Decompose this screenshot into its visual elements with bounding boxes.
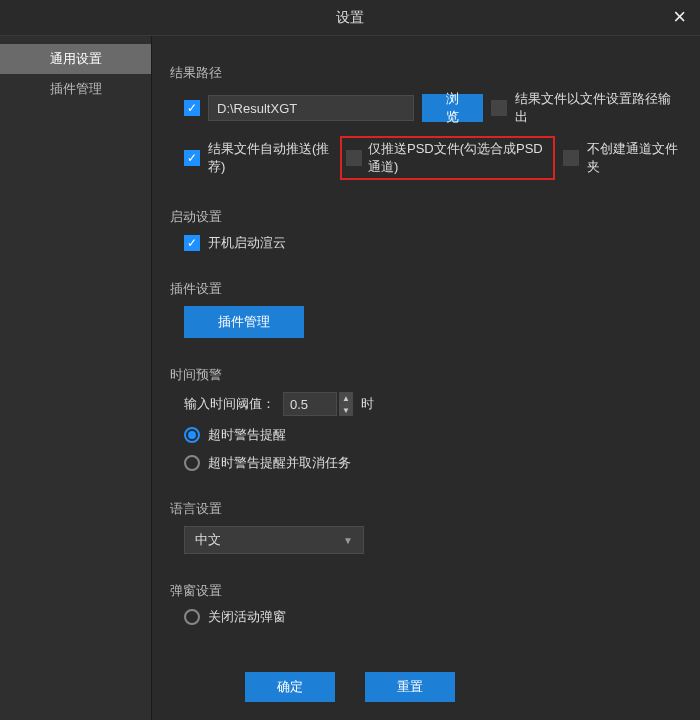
sidebar-item-general[interactable]: 通用设置 <box>0 44 151 74</box>
checkbox-output-by-setting[interactable] <box>491 100 507 116</box>
sidebar-item-label: 通用设置 <box>50 50 102 68</box>
checkbox-label: 结果文件以文件设置路径输出 <box>515 90 680 126</box>
threshold-input[interactable] <box>283 392 337 416</box>
checkbox-path-enable[interactable] <box>184 100 200 116</box>
radio-label: 关闭活动弹窗 <box>208 608 286 626</box>
section-language: 语言设置 中文 ▼ <box>170 500 680 564</box>
checkbox-auto-start[interactable] <box>184 235 200 251</box>
sidebar: 通用设置 插件管理 <box>0 36 152 720</box>
section-label: 启动设置 <box>170 208 680 226</box>
section-label: 弹窗设置 <box>170 582 680 600</box>
spinner-up-icon[interactable]: ▲ <box>339 392 353 404</box>
checkbox-label: 结果文件自动推送(推荐) <box>208 140 332 176</box>
threshold-unit: 时 <box>361 395 374 413</box>
section-popup: 弹窗设置 关闭活动弹窗 <box>170 582 680 636</box>
window-title: 设置 <box>336 9 364 27</box>
plugin-manage-button[interactable]: 插件管理 <box>184 306 304 338</box>
checkbox-only-psd[interactable] <box>346 150 362 166</box>
ok-button[interactable]: 确定 <box>245 672 335 702</box>
radio-label: 超时警告提醒并取消任务 <box>208 454 351 472</box>
section-startup: 启动设置 开机启动渲云 <box>170 208 680 262</box>
language-select[interactable]: 中文 ▼ <box>184 526 364 554</box>
radio-close-popup[interactable] <box>184 609 200 625</box>
reset-button[interactable]: 重置 <box>365 672 455 702</box>
checkbox-label: 不创建通道文件夹 <box>587 140 680 176</box>
main-panel: 结果路径 浏览 结果文件以文件设置路径输出 结果文件自动推送(推荐) 仅推送PS… <box>152 36 700 720</box>
threshold-label: 输入时间阈值： <box>184 395 275 413</box>
radio-warn-cancel[interactable] <box>184 455 200 471</box>
titlebar: 设置 × <box>0 0 700 36</box>
browse-button[interactable]: 浏览 <box>422 94 483 122</box>
threshold-spinner[interactable]: ▲ ▼ <box>283 392 353 416</box>
section-label: 时间预警 <box>170 366 680 384</box>
checkbox-no-channel-folder[interactable] <box>563 150 579 166</box>
highlight-only-psd: 仅推送PSD文件(勾选合成PSD通道) <box>340 136 555 180</box>
radio-warn-only[interactable] <box>184 427 200 443</box>
section-plugin: 插件设置 插件管理 <box>170 280 680 348</box>
section-label: 语言设置 <box>170 500 680 518</box>
sidebar-item-plugin[interactable]: 插件管理 <box>0 74 151 104</box>
checkbox-auto-push[interactable] <box>184 150 200 166</box>
radio-label: 超时警告提醒 <box>208 426 286 444</box>
spinner-down-icon[interactable]: ▼ <box>339 404 353 416</box>
close-icon[interactable]: × <box>673 6 686 28</box>
section-label: 插件设置 <box>170 280 680 298</box>
footer-buttons: 确定 重置 <box>0 672 700 702</box>
checkbox-label: 开机启动渲云 <box>208 234 286 252</box>
result-path-input[interactable] <box>208 95 414 121</box>
checkbox-label: 仅推送PSD文件(勾选合成PSD通道) <box>368 140 549 176</box>
select-value: 中文 <box>195 531 221 549</box>
sidebar-item-label: 插件管理 <box>50 80 102 98</box>
chevron-down-icon: ▼ <box>343 535 353 546</box>
section-label: 结果路径 <box>170 64 680 82</box>
section-time-warn: 时间预警 输入时间阈值： ▲ ▼ 时 超时警告提醒 超时警告提醒并取消任务 <box>170 366 680 482</box>
section-result-path: 结果路径 浏览 结果文件以文件设置路径输出 结果文件自动推送(推荐) 仅推送PS… <box>170 64 680 190</box>
